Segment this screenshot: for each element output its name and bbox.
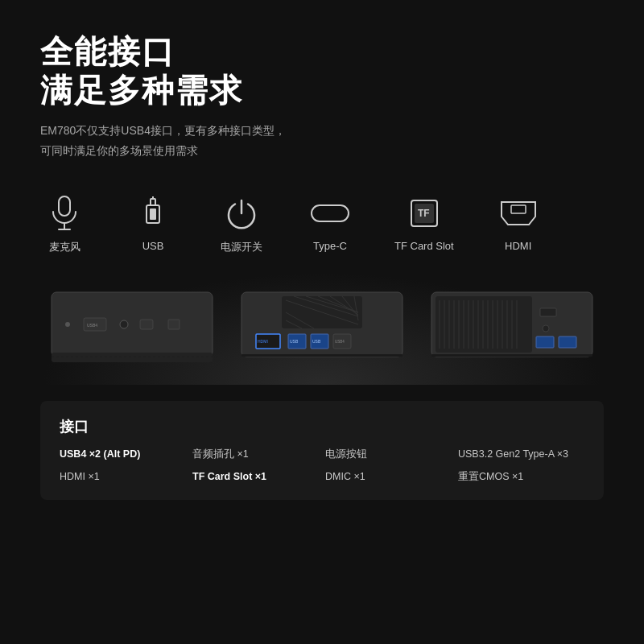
- devices-section: USB4: [40, 272, 604, 385]
- title-section: 全能接口 满足多种需求 EM780不仅支持USB4接口，更有多种接口类型， 可同…: [40, 32, 604, 161]
- icon-item-power: 电源开关: [217, 193, 266, 254]
- spec-item: HDMI ×1: [60, 470, 186, 485]
- typec-icon: [310, 193, 350, 233]
- device-panel-right: [420, 280, 604, 377]
- spec-item: TF Card Slot ×1: [192, 470, 319, 485]
- icon-item-typec: Type-C: [306, 193, 354, 252]
- svg-rect-62: [536, 336, 554, 348]
- tfcard-icon: TF: [404, 193, 444, 233]
- svg-rect-13: [52, 353, 213, 362]
- power-label: 电源开关: [221, 240, 262, 254]
- spec-item: DMIC ×1: [325, 470, 452, 485]
- svg-text:HDMI: HDMI: [258, 339, 268, 344]
- svg-text:USB: USB: [290, 339, 299, 344]
- hdmi-icon: [498, 193, 539, 233]
- icon-item-hdmi: HDMI: [494, 193, 543, 252]
- svg-text:USB: USB: [312, 339, 321, 344]
- spec-item: 电源按钮: [325, 448, 452, 462]
- spec-item: 重置CMOS ×1: [458, 470, 584, 485]
- subtitle-text: EM780不仅支持USB4接口，更有多种接口类型， 可同时满足你的多场景使用需求: [40, 121, 604, 161]
- icons-row: 麦克风 USB 电源开关: [40, 193, 604, 254]
- usb-icon: [133, 193, 173, 233]
- mic-icon: [44, 193, 85, 233]
- svg-rect-64: [431, 354, 592, 357]
- mic-label: 麦克风: [49, 240, 80, 254]
- svg-rect-12: [52, 292, 213, 357]
- svg-text:USB4: USB4: [87, 323, 97, 328]
- svg-point-17: [120, 320, 128, 328]
- svg-rect-5: [151, 199, 155, 205]
- main-title: 全能接口 满足多种需求: [40, 32, 604, 109]
- specs-section: 接口 USB4 ×2 (Alt PD) 音频插孔 ×1 电源按钮 USB3.2 …: [40, 401, 604, 500]
- icon-item-usb: USB: [129, 193, 177, 252]
- hdmi-label: HDMI: [505, 240, 531, 252]
- spec-item: USB4 ×2 (Alt PD): [60, 448, 186, 462]
- icon-item-tfcard: TF TF Card Slot: [394, 193, 454, 252]
- device-panel-center: HDMI USB USB USB4: [230, 280, 414, 377]
- svg-point-61: [543, 325, 549, 332]
- spec-item: USB3.2 Gen2 Type-A ×3: [458, 448, 584, 462]
- svg-point-14: [65, 322, 70, 327]
- svg-rect-60: [540, 308, 556, 316]
- usb-label: USB: [142, 240, 164, 252]
- svg-rect-63: [559, 336, 576, 348]
- power-icon: [221, 193, 262, 233]
- svg-rect-40: [242, 354, 402, 357]
- svg-rect-7: [312, 205, 349, 221]
- specs-title: 接口: [60, 417, 584, 436]
- svg-text:USB4: USB4: [335, 340, 345, 344]
- spec-item: 音频插孔 ×1: [192, 448, 319, 462]
- specs-grid: USB4 ×2 (Alt PD) 音频插孔 ×1 电源按钮 USB3.2 Gen…: [60, 448, 584, 484]
- typec-label: Type-C: [313, 240, 347, 252]
- svg-rect-18: [140, 320, 153, 329]
- svg-text:TF: TF: [418, 208, 430, 219]
- page-container: 全能接口 满足多种需求 EM780不仅支持USB4接口，更有多种接口类型， 可同…: [0, 0, 644, 644]
- svg-rect-19: [168, 320, 180, 329]
- svg-rect-11: [511, 205, 526, 213]
- device-panel-left: USB4: [40, 280, 224, 377]
- svg-rect-4: [150, 208, 156, 220]
- svg-rect-0: [59, 196, 70, 216]
- icon-item-mic: 麦克风: [40, 193, 89, 254]
- tfcard-label: TF Card Slot: [394, 240, 454, 252]
